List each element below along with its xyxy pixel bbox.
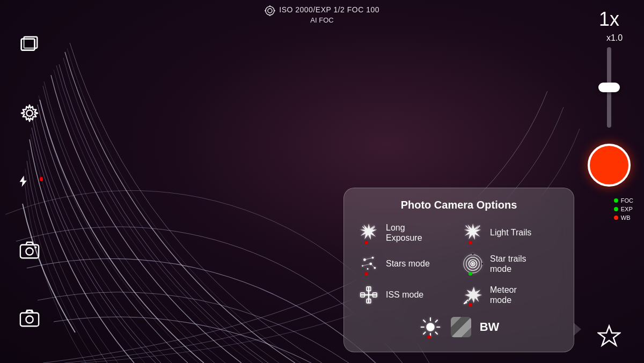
gallery-button[interactable] [16,32,43,58]
flash-button[interactable] [16,168,43,195]
popup-title: Photo Camera Options [357,199,561,211]
star-trails-dot [469,272,472,276]
svg-point-10 [268,9,272,13]
iss-mode-option[interactable]: ISS mode [357,283,457,307]
long-exposure-option[interactable]: LongExposure [357,221,457,245]
svg-point-24 [367,268,369,270]
zoom-level-label[interactable]: 1x [599,8,619,31]
wb-dot [614,216,618,220]
flip-camera-icon [19,308,40,328]
meteor-mode-dot [469,303,472,307]
svg-line-28 [371,264,375,268]
ai-foc-text: AI FOC [265,16,379,24]
svg-line-27 [363,264,371,266]
svg-rect-7 [20,313,39,327]
svg-point-9 [266,6,274,15]
light-trails-option[interactable]: Light Trails [461,221,561,245]
svg-point-8 [26,316,33,323]
iss-mode-text: ISS mode [386,290,423,300]
iss-mode-icon [357,283,380,307]
star-trails-mode-option[interactable]: Star trailsmode [461,252,561,276]
settings-icon [19,103,40,123]
zoom-slider-track[interactable] [607,47,611,128]
svg-point-42 [426,323,435,331]
camera-button[interactable] [16,236,43,263]
long-exposure-icon [357,221,380,245]
zoom-slider[interactable]: x1.0 [596,33,623,128]
light-trails-dot [469,241,472,245]
svg-point-5 [26,248,33,255]
exp-dot [614,207,618,211]
iso-info-text: ISO 2000/EXP 1/2 FOC 100 [279,5,379,14]
bw-label: BW [480,320,500,334]
foc-label: FOC [621,197,633,204]
sun-option-dot [427,335,431,339]
svg-point-33 [472,263,474,265]
svg-point-6 [35,246,37,248]
stars-mode-icon [357,252,380,276]
gallery-icon [19,35,40,55]
shutter-button[interactable] [588,144,631,187]
meteor-mode-icon [461,283,485,307]
flip-camera-button[interactable] [16,305,43,331]
meteor-mode-option[interactable]: Meteormode [461,283,561,307]
zoom-slider-handle[interactable] [598,83,620,92]
svg-rect-2 [21,39,35,50]
svg-line-26 [364,258,372,260]
bw-swatch-option[interactable] [451,317,471,337]
left-sidebar [0,0,59,363]
light-trails-text: Light Trails [490,227,531,238]
flash-indicator-dot [40,177,43,181]
star-trails-mode-text: Star trailsmode [490,254,526,274]
foc-indicator: FOC [614,197,633,204]
sun-option[interactable] [419,315,442,339]
star-trails-mode-icon [461,252,485,276]
exp-label: EXP [621,206,633,212]
svg-line-48 [435,332,437,334]
long-exposure-dot [364,241,368,245]
svg-point-3 [26,110,32,116]
options-grid: LongExposure Light Trails [357,221,561,307]
right-sidebar: 1x x1.0 FOC EXP WB [574,0,644,363]
top-info-bar: ISO 2000/EXP 1/2 FOC 100 AI FOC [265,5,379,24]
stars-mode-text: Stars mode [386,258,430,269]
long-exposure-text: LongExposure [386,223,422,243]
stars-mode-option[interactable]: Stars mode [357,252,457,276]
zoom-x1-label: x1.0 [606,33,623,43]
meteor-mode-text: Meteormode [490,285,517,305]
svg-line-49 [435,320,437,322]
light-trails-icon [461,221,485,245]
svg-marker-15 [598,326,620,345]
exp-indicator: EXP [614,206,633,212]
camera-ring-indicator: ISO 2000/EXP 1/2 FOC 100 [265,5,379,16]
flash-icon [16,171,30,191]
svg-line-47 [423,320,425,322]
wb-label: WB [621,214,631,221]
options-popup: Photo Camera Options LongExposure [343,188,574,352]
camera-icon [19,240,40,260]
indicator-lights: FOC EXP WB [614,197,633,221]
bw-swatch [451,317,471,337]
wb-indicator: WB [614,214,633,221]
bottom-options-row: BW [357,315,561,339]
stars-mode-dot [364,272,368,276]
svg-line-50 [423,332,425,334]
settings-button[interactable] [16,100,43,127]
foc-dot [614,198,618,203]
star-button[interactable] [597,324,621,350]
bw-option[interactable]: BW [480,320,500,334]
